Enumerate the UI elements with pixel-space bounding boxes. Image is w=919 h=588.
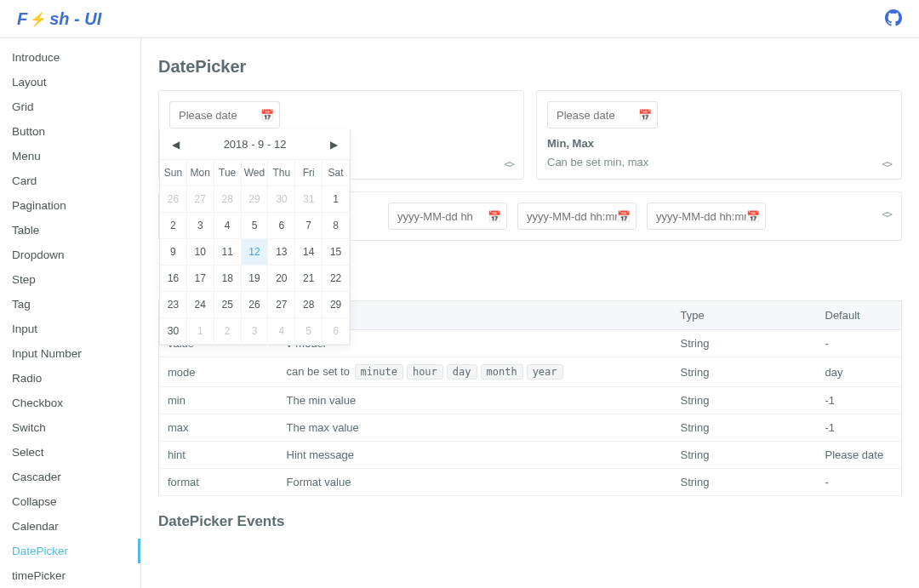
calendar-day[interactable]: 24 (187, 292, 214, 318)
calendar-day[interactable]: 4 (214, 213, 242, 239)
calendar-day[interactable]: 2 (214, 318, 242, 345)
sidebar-item-input[interactable]: Input (0, 317, 140, 341)
date-input-field[interactable] (179, 109, 260, 122)
date-input-field[interactable] (527, 210, 617, 223)
calendar-day[interactable]: 27 (187, 186, 214, 213)
calendar-day[interactable]: 28 (295, 292, 323, 318)
dow-label: Sat (323, 160, 350, 186)
sidebar-item-select[interactable]: Select (0, 440, 140, 465)
calendar-day[interactable]: 12 (242, 239, 269, 265)
calendar-day[interactable]: 30 (268, 186, 295, 213)
table-row: maxThe max valueString-1 (159, 414, 902, 442)
calendar-day[interactable]: 20 (268, 265, 295, 292)
code-toggle[interactable]: <> (882, 158, 891, 170)
calendar-day[interactable]: 16 (160, 265, 187, 292)
sidebar-item-checkbox[interactable]: Checkbox (0, 391, 140, 415)
calendar-day[interactable]: 26 (242, 292, 269, 318)
calendar-day[interactable]: 31 (295, 186, 323, 213)
calendar-day[interactable]: 11 (214, 239, 242, 265)
sidebar-item-switch[interactable]: Switch (0, 415, 140, 440)
calendar-day[interactable]: 13 (268, 239, 295, 265)
dow-label: Tue (214, 160, 242, 186)
sidebar-item-input-number[interactable]: Input Number (0, 341, 140, 366)
calendar-day[interactable]: 14 (295, 239, 323, 265)
github-link[interactable] (885, 9, 902, 29)
calendar-day[interactable]: 30 (160, 318, 187, 345)
dow-label: Wed (242, 160, 269, 186)
dow-label: Fri (295, 160, 323, 186)
sidebar-item-card[interactable]: Card (0, 168, 140, 193)
sidebar-item-dropdown[interactable]: Dropdown (0, 243, 140, 267)
calendar-day[interactable]: 22 (323, 265, 350, 292)
th-type: Type (672, 301, 817, 330)
calendar-icon: 📅 (746, 210, 760, 223)
sidebar-item-radio[interactable]: Radio (0, 366, 140, 391)
calendar-day[interactable]: 10 (187, 239, 214, 265)
calendar-day[interactable]: 5 (295, 318, 323, 345)
calendar-day[interactable]: 7 (295, 213, 323, 239)
next-month-button[interactable]: ▶ (327, 135, 341, 154)
calendar-day[interactable]: 3 (242, 318, 269, 345)
sidebar-item-button[interactable]: Button (0, 119, 140, 144)
calendar-day[interactable]: 6 (323, 318, 350, 345)
sidebar-item-layout[interactable]: Layout (0, 70, 140, 94)
calendar-day[interactable]: 5 (242, 213, 269, 239)
date-input-field[interactable] (557, 109, 638, 122)
sidebar-item-timepicker[interactable]: timePicker (0, 563, 140, 588)
calendar-day[interactable]: 2 (160, 213, 187, 239)
calendar-day[interactable]: 17 (187, 265, 214, 292)
calendar-day[interactable]: 3 (187, 213, 214, 239)
calendar-day[interactable]: 27 (268, 292, 295, 318)
cell-attr: mode (159, 357, 278, 387)
calendar-day[interactable]: 1 (323, 186, 350, 213)
prev-month-button[interactable]: ◀ (168, 135, 183, 154)
sidebar-item-step[interactable]: Step (0, 267, 140, 292)
sidebar-item-grid[interactable]: Grid (0, 94, 140, 119)
calendar-day[interactable]: 21 (295, 265, 323, 292)
code-toggle[interactable]: <> (882, 208, 891, 224)
sidebar-item-datepicker[interactable]: DatePicker (0, 539, 140, 563)
events-title: DatePicker Events (158, 513, 902, 530)
sidebar-item-cascader[interactable]: Cascader (0, 465, 140, 489)
calendar-day[interactable]: 6 (268, 213, 295, 239)
calendar-popup: ◀ 2018 - 9 - 12 ▶ SunMonTueWedThuFriSat2… (159, 129, 351, 345)
sidebar-item-introduce[interactable]: Introduce (0, 45, 140, 70)
date-input-field[interactable] (656, 210, 746, 223)
sidebar-item-calendar[interactable]: Calendar (0, 514, 140, 539)
calendar-day[interactable]: 28 (214, 186, 242, 213)
calendar-day[interactable]: 26 (160, 186, 187, 213)
header: F ⚡ sh - UI (0, 0, 919, 38)
sidebar-item-pagination[interactable]: Pagination (0, 193, 140, 218)
calendar-day[interactable]: 15 (323, 239, 350, 265)
sidebar-item-table[interactable]: Table (0, 218, 140, 243)
sidebar-item-menu[interactable]: Menu (0, 144, 140, 168)
calendar-day[interactable]: 25 (214, 292, 242, 318)
date-input[interactable]: 📅 (388, 203, 507, 230)
date-input[interactable]: 📅 (647, 203, 766, 230)
sidebar-item-collapse[interactable]: Collapse (0, 489, 140, 514)
date-input[interactable]: 📅 (547, 101, 658, 128)
calendar-day[interactable]: 1 (187, 318, 214, 345)
date-input[interactable]: 📅 (517, 203, 636, 230)
cell-type: String (672, 387, 817, 414)
calendar-day[interactable]: 29 (323, 292, 350, 318)
calendar-day[interactable]: 4 (268, 318, 295, 345)
calendar-day[interactable]: 9 (160, 239, 187, 265)
example-subtitle: Min, Max (547, 137, 891, 150)
cell-default: day (817, 357, 902, 387)
calendar-day[interactable]: 18 (214, 265, 242, 292)
calendar-day[interactable]: 8 (323, 213, 350, 239)
dow-label: Mon (187, 160, 214, 186)
code-toggle[interactable]: <> (505, 158, 513, 170)
sidebar-item-tag[interactable]: Tag (0, 292, 140, 317)
cell-desc: Format value (278, 469, 672, 496)
logo[interactable]: F ⚡ sh - UI (17, 9, 101, 29)
date-input[interactable]: 📅 (169, 101, 280, 128)
cell-type: String (672, 414, 817, 442)
code-chip: minute (355, 364, 403, 380)
calendar-day[interactable]: 29 (242, 186, 269, 213)
calendar-day[interactable]: 23 (160, 292, 187, 318)
date-input-field[interactable] (397, 210, 488, 223)
calendar-day[interactable]: 19 (242, 265, 269, 292)
cell-default: -1 (817, 387, 902, 414)
